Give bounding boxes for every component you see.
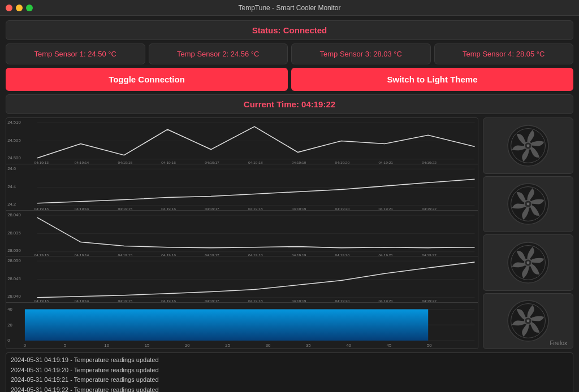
svg-text:04:19:15: 04:19:15: [118, 207, 133, 210]
sensor-4: Temp Sensor 4: 28.05 °C: [434, 43, 574, 64]
charts-section: 24.510 24.505 24.500 04:19:13 04:19:14 0…: [6, 117, 478, 349]
svg-text:04:19:22: 04:19:22: [422, 207, 437, 210]
svg-text:28.040: 28.040: [7, 212, 20, 217]
svg-text:04:19:20: 04:19:20: [335, 160, 350, 164]
svg-text:0: 0: [7, 338, 10, 343]
svg-text:04:19:18: 04:19:18: [248, 299, 263, 302]
svg-text:24.500: 24.500: [7, 155, 20, 160]
svg-text:24.6: 24.6: [7, 166, 16, 171]
time-bar: Current Time: 04:19:22: [6, 94, 573, 114]
svg-text:04:19:14: 04:19:14: [75, 207, 89, 210]
svg-point-98: [527, 261, 530, 264]
svg-text:20: 20: [7, 323, 12, 328]
sensor-3: Temp Sensor 3: 28.03 °C: [291, 43, 431, 64]
svg-text:04:19:21: 04:19:21: [378, 299, 393, 302]
svg-text:04:19:13: 04:19:13: [34, 160, 49, 164]
svg-text:04:19:20: 04:19:20: [335, 299, 350, 302]
svg-text:04:19:19: 04:19:19: [292, 207, 306, 210]
log-line-4: 2024-05-31 04:19:22 - Temperature readin…: [11, 385, 568, 392]
svg-text:04:19:15: 04:19:15: [118, 299, 133, 302]
window-controls: [6, 5, 33, 11]
title-bar: TempTune - Smart Cooler Monitor: [0, 0, 579, 16]
log-line-2: 2024-05-31 04:19:20 - Temperature readin…: [11, 365, 568, 376]
svg-text:04:19:15: 04:19:15: [118, 253, 133, 256]
svg-text:40: 40: [7, 307, 12, 312]
svg-text:28.035: 28.035: [7, 230, 20, 236]
chart-1: 24.510 24.505 24.500 04:19:13 04:19:14 0…: [6, 118, 478, 164]
sensor-2: Temp Sensor 2: 24.56 °C: [149, 43, 288, 64]
sensor-3-label: Temp Sensor 3: 28.03 °C: [320, 50, 402, 58]
chart-4: 28.050 28.045 28.040 04:19:13 04:19:14 0…: [6, 256, 478, 303]
toggle-connection-button[interactable]: Toggle Connection: [6, 68, 288, 91]
svg-text:24.2: 24.2: [7, 202, 16, 207]
svg-text:04:19:13: 04:19:13: [34, 207, 49, 210]
main-content: Status: Connected Temp Sensor 1: 24.50 °…: [0, 16, 579, 392]
fan-2: [483, 176, 573, 233]
minimize-button[interactable]: [16, 5, 23, 11]
svg-text:04:19:13: 04:19:13: [34, 253, 49, 256]
svg-text:28.045: 28.045: [7, 277, 20, 282]
svg-text:50: 50: [427, 343, 432, 349]
svg-text:40: 40: [346, 343, 351, 349]
svg-text:28.030: 28.030: [7, 248, 20, 253]
log-section: 2024-05-31 04:19:19 - Temperature readin…: [6, 352, 573, 392]
svg-text:30: 30: [266, 343, 271, 349]
button-row: Toggle Connection Switch to Light Theme: [6, 68, 573, 91]
svg-point-94: [527, 203, 530, 206]
svg-point-90: [527, 144, 530, 147]
svg-text:24.510: 24.510: [7, 120, 20, 125]
fan-1: [483, 117, 573, 174]
svg-rect-75: [25, 310, 428, 341]
svg-text:04:19:17: 04:19:17: [205, 299, 219, 302]
svg-text:04:19:14: 04:19:14: [75, 253, 89, 256]
svg-text:5: 5: [64, 343, 67, 349]
maximize-button[interactable]: [26, 5, 33, 11]
svg-text:04:19:20: 04:19:20: [335, 207, 350, 210]
log-line-1: 2024-05-31 04:19:19 - Temperature readin…: [11, 355, 568, 365]
svg-text:04:19:17: 04:19:17: [205, 160, 219, 164]
svg-text:04:19:17: 04:19:17: [205, 207, 219, 210]
close-button[interactable]: [6, 5, 12, 11]
svg-text:04:19:17: 04:19:17: [205, 253, 219, 256]
lower-area: 24.510 24.505 24.500 04:19:13 04:19:14 0…: [6, 117, 573, 349]
svg-text:04:19:22: 04:19:22: [422, 160, 437, 164]
svg-text:04:19:21: 04:19:21: [378, 160, 393, 164]
switch-theme-button[interactable]: Switch to Light Theme: [291, 68, 573, 91]
svg-text:20: 20: [185, 343, 190, 349]
svg-text:04:19:14: 04:19:14: [75, 160, 89, 164]
svg-text:15: 15: [145, 343, 150, 349]
chart-2: 24.6 24.4 24.2 04:19:13 04:19:14 04:19:1…: [6, 164, 478, 211]
svg-text:0: 0: [24, 343, 27, 349]
svg-text:28.050: 28.050: [7, 259, 20, 264]
sensor-4-label: Temp Sensor 4: 28.05 °C: [463, 50, 545, 58]
svg-text:04:19:16: 04:19:16: [161, 207, 176, 210]
svg-text:04:19:22: 04:19:22: [422, 253, 437, 256]
svg-text:04:19:19: 04:19:19: [292, 160, 306, 164]
svg-text:04:19:18: 04:19:18: [248, 207, 263, 210]
svg-text:24.4: 24.4: [7, 185, 16, 190]
svg-text:04:19:16: 04:19:16: [161, 253, 176, 256]
svg-text:25: 25: [225, 343, 230, 349]
current-time-label: Current Time: 04:19:22: [244, 99, 335, 109]
bar-chart: 40 20 0: [6, 303, 478, 349]
firefox-label: Firefox: [546, 339, 571, 347]
status-label: Status: Connected: [252, 25, 327, 35]
status-bar: Status: Connected: [6, 20, 573, 40]
svg-text:04:19:18: 04:19:18: [248, 253, 263, 256]
sensor-1: Temp Sensor 1: 24.50 °C: [6, 43, 145, 64]
svg-text:04:19:16: 04:19:16: [161, 160, 176, 164]
svg-text:04:19:18: 04:19:18: [248, 160, 263, 164]
svg-text:04:19:20: 04:19:20: [335, 253, 350, 256]
svg-text:04:19:22: 04:19:22: [422, 299, 437, 302]
chart-3: 28.040 28.035 28.030 04:19:13 04:19:14 0…: [6, 211, 478, 257]
svg-text:24.505: 24.505: [7, 138, 20, 143]
svg-text:04:19:15: 04:19:15: [118, 160, 133, 164]
log-line-3: 2024-05-31 04:19:21 - Temperature readin…: [11, 375, 568, 385]
svg-text:35: 35: [306, 343, 311, 349]
sensor-row: Temp Sensor 1: 24.50 °C Temp Sensor 2: 2…: [6, 43, 573, 64]
svg-text:10: 10: [104, 343, 109, 349]
fan-3: [483, 234, 573, 291]
fan-section: Firefox: [483, 117, 573, 349]
fan-4: Firefox: [483, 293, 573, 350]
sensor-1-label: Temp Sensor 1: 24.50 °C: [34, 50, 116, 58]
